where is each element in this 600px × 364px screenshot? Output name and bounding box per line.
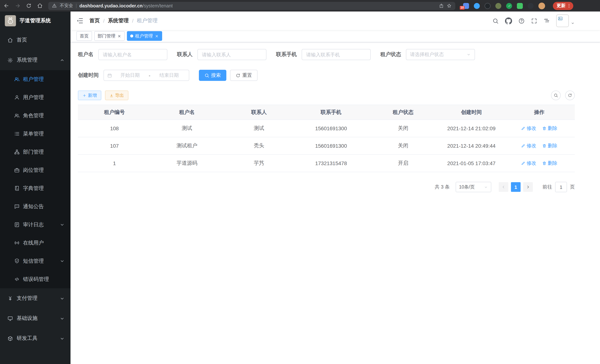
date-range-picker[interactable]: 开始日期 - 结束日期 bbox=[103, 70, 189, 81]
font-size-icon[interactable] bbox=[544, 18, 550, 24]
github-icon[interactable] bbox=[505, 17, 512, 24]
tenant-table: 租户编号 租户名 联系人 联系手机 租户状态 创建时间 操作 108 测试 bbox=[78, 105, 575, 172]
phone-input[interactable] bbox=[302, 49, 371, 60]
column-header-tenant-id: 租户编号 bbox=[78, 105, 151, 120]
cell-actions: 修改 删除 bbox=[504, 155, 575, 172]
reset-button[interactable]: 重置 bbox=[230, 70, 258, 81]
sidebar-item-dept-management[interactable]: 部门管理 bbox=[0, 143, 71, 161]
url-bar[interactable]: 不安全 dashboard.yudao.iocoder.cn/system/te… bbox=[48, 2, 455, 10]
sidebar-item-sms-management[interactable]: 短信管理 bbox=[0, 252, 71, 270]
header-search-icon[interactable] bbox=[492, 18, 499, 24]
sidebar-item-dev-tools[interactable]: 研发工具 bbox=[0, 328, 71, 348]
sidebar-item-system-management[interactable]: 系统管理 bbox=[0, 50, 71, 70]
delete-link[interactable]: 删除 bbox=[542, 125, 557, 132]
sidebar-item-role-management[interactable]: 角色管理 bbox=[0, 106, 71, 125]
url-path: /system/tenant bbox=[142, 3, 173, 8]
update-button[interactable]: 更新 bbox=[553, 2, 573, 10]
tab-label: 部门管理 bbox=[98, 33, 115, 39]
browser-reload-icon[interactable] bbox=[26, 3, 32, 9]
extension-icon-5[interactable] bbox=[506, 3, 512, 9]
main-area: 首页 / 系统管理 / 租户管理 bbox=[71, 11, 600, 364]
date-end-placeholder[interactable]: 结束日期 bbox=[152, 72, 186, 79]
tab-tenant-management[interactable]: 租户管理 bbox=[127, 31, 162, 41]
breadcrumb-section[interactable]: 系统管理 bbox=[108, 18, 129, 24]
org-tree-icon bbox=[14, 149, 20, 155]
app-logo[interactable]: 芋道管理系统 bbox=[0, 11, 71, 30]
bookmark-star-icon[interactable] bbox=[447, 3, 451, 8]
delete-link[interactable]: 删除 bbox=[542, 160, 557, 167]
page-size-select[interactable]: 10条/页 bbox=[456, 182, 491, 192]
extension-icon-2[interactable] bbox=[474, 3, 480, 9]
sidebar-item-audit-log[interactable]: 审计日志 bbox=[0, 215, 71, 234]
sidebar-item-home[interactable]: 首页 bbox=[0, 30, 71, 50]
sidebar-item-online-users[interactable]: 在线用户 bbox=[0, 234, 71, 252]
current-page-button[interactable]: 1 bbox=[511, 182, 521, 192]
search-button[interactable]: 搜索 bbox=[199, 70, 226, 81]
close-icon[interactable] bbox=[117, 34, 121, 38]
tab-home[interactable]: 首页 bbox=[76, 31, 92, 41]
add-button-label: 新增 bbox=[88, 92, 97, 99]
sidebar-item-post-management[interactable]: 岗位管理 bbox=[0, 161, 71, 179]
users-icon bbox=[14, 76, 20, 82]
sidebar-fold-icon[interactable] bbox=[76, 17, 84, 25]
sidebar-item-error-code-management[interactable]: 错误码管理 bbox=[0, 270, 71, 288]
browser-back-icon[interactable] bbox=[4, 3, 9, 9]
delete-link[interactable]: 删除 bbox=[542, 142, 557, 149]
browser-profile-avatar[interactable] bbox=[538, 2, 545, 9]
monitor-icon bbox=[7, 316, 13, 321]
help-icon[interactable] bbox=[518, 18, 525, 24]
extension-icon-4[interactable] bbox=[495, 3, 501, 9]
toggle-search-button[interactable] bbox=[551, 91, 561, 100]
extension-badge: 10 bbox=[460, 6, 465, 9]
sidebar-item-user-management[interactable]: 用户管理 bbox=[0, 88, 71, 106]
column-header-phone: 联系手机 bbox=[295, 105, 367, 120]
browser-home-icon[interactable] bbox=[37, 3, 43, 9]
sidebar-item-infrastructure[interactable]: 基础设施 bbox=[0, 308, 71, 328]
edit-link[interactable]: 修改 bbox=[521, 160, 536, 167]
user-avatar-menu[interactable] bbox=[556, 14, 575, 27]
add-button[interactable]: 新增 bbox=[78, 91, 101, 100]
security-label[interactable]: 不安全 bbox=[60, 3, 73, 9]
cell-phone: 15601691300 bbox=[295, 120, 367, 137]
share-icon[interactable] bbox=[439, 3, 444, 8]
edit-label: 修改 bbox=[527, 125, 536, 132]
extension-icon-1[interactable]: 10 bbox=[463, 3, 469, 9]
goto-page-input[interactable] bbox=[555, 182, 567, 192]
breadcrumb-current: 租户管理 bbox=[137, 18, 158, 24]
extension-icon-3[interactable] bbox=[485, 3, 490, 9]
tab-dept-management[interactable]: 部门管理 bbox=[94, 31, 125, 41]
home-icon bbox=[7, 37, 13, 43]
date-start-placeholder[interactable]: 开始日期 bbox=[113, 72, 147, 79]
delete-label: 删除 bbox=[548, 160, 557, 167]
extension-toolbar: 10 bbox=[463, 2, 545, 9]
breadcrumb-home[interactable]: 首页 bbox=[89, 18, 100, 24]
close-icon[interactable] bbox=[155, 34, 159, 38]
edit-link[interactable]: 修改 bbox=[521, 125, 536, 132]
tenant-name-input[interactable] bbox=[98, 49, 167, 60]
cell-phone: 17321315478 bbox=[295, 155, 367, 172]
browser-menu-dots-icon[interactable] bbox=[567, 3, 572, 8]
prev-page-button[interactable] bbox=[499, 182, 508, 192]
next-page-button[interactable] bbox=[523, 182, 533, 192]
extension-icon-6[interactable] bbox=[517, 3, 523, 9]
app-shell: 芋道管理系统 首页 系统管理 租户管理 用户管理 bbox=[0, 11, 600, 364]
status-select[interactable]: 请选择租户状态 bbox=[406, 49, 475, 60]
extension-icon-7[interactable] bbox=[528, 3, 534, 9]
sidebar-item-payment-management[interactable]: 支付管理 bbox=[0, 288, 71, 308]
fullscreen-icon[interactable] bbox=[531, 18, 537, 24]
contact-input[interactable] bbox=[197, 49, 266, 60]
sidebar-item-tenant-management[interactable]: 租户管理 bbox=[0, 70, 71, 88]
sidebar-item-notice[interactable]: 通知公告 bbox=[0, 197, 71, 215]
browser-forward-icon[interactable] bbox=[15, 3, 20, 9]
log-document-icon bbox=[14, 222, 20, 227]
refresh-table-button[interactable] bbox=[565, 91, 575, 100]
chevron-down-icon bbox=[59, 296, 65, 301]
broadcast-icon bbox=[14, 240, 20, 246]
edit-link[interactable]: 修改 bbox=[521, 142, 536, 149]
user-icon bbox=[14, 95, 20, 100]
export-button[interactable]: 导出 bbox=[105, 91, 128, 100]
tags-view: 首页 部门管理 租户管理 bbox=[71, 30, 600, 42]
sidebar-item-label: 错误码管理 bbox=[23, 276, 49, 282]
sidebar-item-menu-management[interactable]: 菜单管理 bbox=[0, 125, 71, 143]
sidebar-item-dict-management[interactable]: 字典管理 bbox=[0, 179, 71, 197]
